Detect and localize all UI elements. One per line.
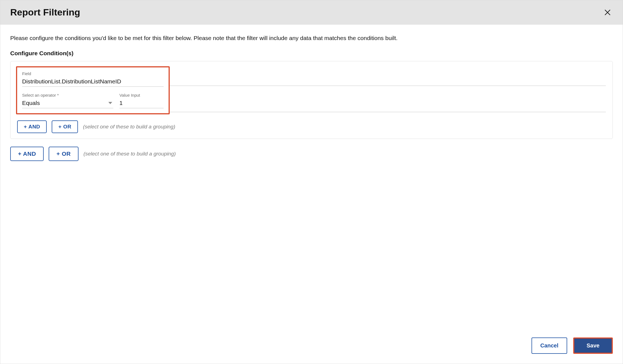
inner-grouping-hint: (select one of these to build a grouping…	[83, 124, 175, 130]
configure-conditions-label: Configure Condition(s)	[10, 50, 613, 57]
cancel-button[interactable]: Cancel	[532, 337, 567, 354]
inner-grouping-row: + AND + OR (select one of these to build…	[16, 120, 607, 133]
report-filtering-modal: Report Filtering Please configure the co…	[0, 0, 623, 364]
inner-and-button[interactable]: + AND	[17, 120, 47, 133]
operator-value: Equals	[22, 100, 108, 106]
inner-or-button[interactable]: + OR	[52, 120, 78, 133]
underline-extension	[170, 66, 607, 112]
save-highlight: Save	[573, 337, 613, 354]
close-button[interactable]	[602, 7, 613, 18]
field-label: Field	[22, 71, 164, 76]
outer-and-button[interactable]: + AND	[10, 147, 44, 161]
chevron-down-icon	[108, 102, 112, 104]
outer-grouping-row: + AND + OR (select one of these to build…	[10, 147, 613, 161]
instructions-text: Please configure the conditions you'd li…	[10, 34, 613, 42]
close-icon	[604, 13, 611, 17]
operator-label: Select an operator *	[22, 93, 113, 97]
operator-value-row: Select an operator * Equals Value Input	[22, 93, 164, 108]
modal-body: Please configure the conditions you'd li…	[0, 25, 623, 335]
condition-highlight: Field Select an operator * Equals	[16, 66, 170, 114]
modal-footer: Cancel Save	[0, 335, 623, 364]
condition-group: Field Select an operator * Equals	[10, 61, 613, 139]
operator-column: Select an operator * Equals	[22, 93, 113, 108]
save-button[interactable]: Save	[574, 339, 612, 353]
value-column: Value Input	[119, 93, 164, 108]
outer-grouping-hint: (select one of these to build a grouping…	[83, 151, 176, 157]
outer-or-button[interactable]: + OR	[49, 147, 78, 161]
modal-title: Report Filtering	[10, 7, 80, 18]
field-input[interactable]	[22, 77, 164, 87]
value-input[interactable]	[119, 99, 164, 108]
value-label: Value Input	[119, 93, 164, 97]
field-group: Field	[22, 71, 164, 87]
operator-select[interactable]: Equals	[22, 99, 113, 108]
modal-header: Report Filtering	[0, 0, 623, 25]
